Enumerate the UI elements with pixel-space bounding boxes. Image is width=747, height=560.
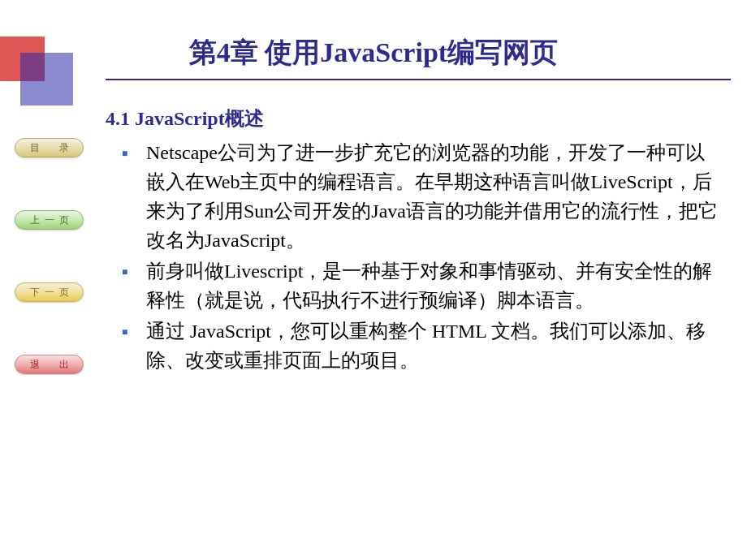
content-area: 4.1 JavaScript概述 Netscape公司为了进一步扩充它的浏览器的… xyxy=(106,106,723,377)
section-heading: 4.1 JavaScript概述 xyxy=(106,106,723,131)
list-item: 前身叫做Livescript，是一种基于对象和事情驱动、并有安全性的解释性（就是… xyxy=(122,256,723,315)
toc-button[interactable]: 目 录 xyxy=(15,138,84,157)
next-page-button[interactable]: 下一页 xyxy=(15,282,84,302)
prev-button-label: 上一页 xyxy=(30,213,74,227)
title-underline xyxy=(106,79,731,80)
nav-button-group: 目 录 上一页 下一页 退 出 xyxy=(15,138,84,427)
list-item: 通过 JavaScript，您可以重构整个 HTML 文档。我们可以添加、移除、… xyxy=(122,317,723,375)
list-item: Netscape公司为了进一步扩充它的浏览器的功能，开发了一种可以嵌入在Web主… xyxy=(122,138,723,255)
chapter-title: 第4章 使用JavaScript编写网页 xyxy=(0,34,747,71)
next-button-label: 下一页 xyxy=(30,286,74,299)
exit-button-label: 退 出 xyxy=(30,358,74,372)
exit-button[interactable]: 退 出 xyxy=(15,355,84,374)
toc-button-label: 目 录 xyxy=(30,141,74,155)
prev-page-button[interactable]: 上一页 xyxy=(15,210,84,230)
bullet-list: Netscape公司为了进一步扩充它的浏览器的功能，开发了一种可以嵌入在Web主… xyxy=(106,138,723,375)
